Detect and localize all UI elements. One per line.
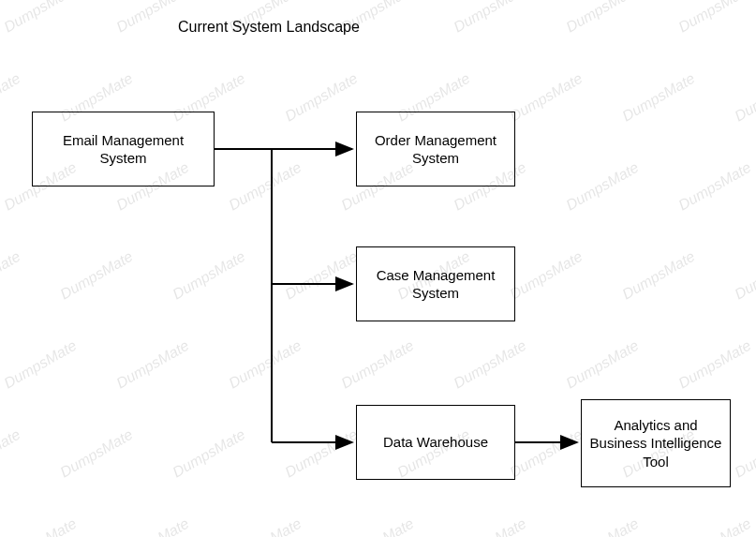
node-email-management-system: Email Management System xyxy=(32,112,215,186)
node-label: Data Warehouse xyxy=(383,433,488,452)
node-label: Analytics and Business Intelligence Tool xyxy=(587,416,724,471)
node-label: Case Management System xyxy=(363,266,509,303)
node-label: Order Management System xyxy=(363,131,509,168)
node-case-management-system: Case Management System xyxy=(356,246,515,321)
node-analytics-bi-tool: Analytics and Business Intelligence Tool xyxy=(581,399,731,487)
node-data-warehouse: Data Warehouse xyxy=(356,405,515,480)
node-label: Email Management System xyxy=(38,131,208,168)
diagram-canvas: Current System Landscape Email Managemen… xyxy=(0,0,756,537)
diagram-title: Current System Landscape xyxy=(178,19,360,36)
node-order-management-system: Order Management System xyxy=(356,112,515,186)
